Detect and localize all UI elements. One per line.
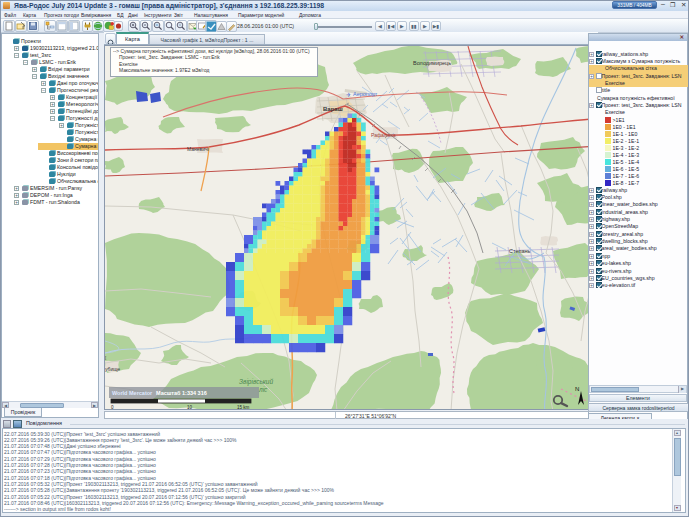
svg-text:Степань: Степань — [509, 248, 531, 254]
svg-text:World Mercator: World Mercator — [112, 390, 153, 396]
svg-text:Рафалівка: Рафалівка — [371, 132, 396, 138]
svg-text:✈: ✈ — [346, 92, 351, 98]
svg-text:Володимирець: Володимирець — [413, 60, 451, 66]
svg-text:10: 10 — [187, 405, 193, 410]
svg-text:N: N — [575, 386, 579, 392]
svg-text:ліс: ліс — [258, 386, 268, 393]
svg-text:Аеропорт: Аеропорт — [353, 91, 378, 97]
svg-text:Масштаб 1:334 316: Масштаб 1:334 316 — [156, 390, 207, 396]
svg-text:убище: убище — [105, 366, 120, 372]
svg-text:Маневичі: Маневичі — [187, 146, 209, 152]
svg-text:15 km: 15 km — [237, 405, 250, 410]
svg-text:Вараш: Вараш — [323, 106, 343, 112]
svg-text:Звірівський: Звірівський — [239, 378, 273, 386]
